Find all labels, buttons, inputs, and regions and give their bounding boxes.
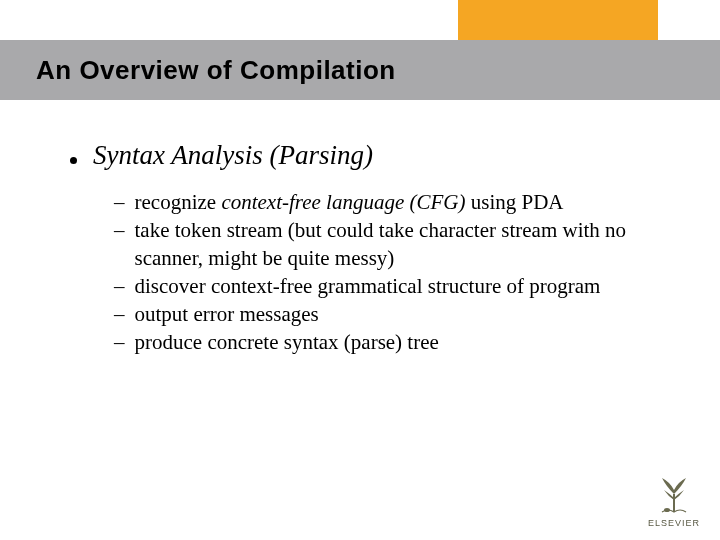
dash-icon: –	[114, 217, 125, 244]
sub-bullet-suffix: using PDA	[466, 190, 564, 214]
title-bar: An Overview of Compilation	[0, 40, 720, 100]
sub-bullet-prefix: recognize	[135, 190, 222, 214]
sub-bullet-text: recognize context-free language (CFG) us…	[135, 189, 671, 216]
sub-bullet-item: – discover context-free grammatical stru…	[114, 273, 670, 300]
dash-icon: –	[114, 189, 125, 216]
sub-bullet-item: – recognize context-free language (CFG) …	[114, 189, 670, 216]
main-bullet-row: Syntax Analysis (Parsing)	[70, 140, 670, 171]
dash-icon: –	[114, 329, 125, 356]
sub-bullet-list: – recognize context-free language (CFG) …	[114, 189, 670, 357]
content-area: Syntax Analysis (Parsing) – recognize co…	[70, 140, 670, 358]
publisher-logo: ELSEVIER	[648, 472, 700, 528]
sub-bullet-item: – output error messages	[114, 301, 670, 328]
sub-bullet-text: discover context-free grammatical struct…	[135, 273, 671, 300]
sub-bullet-text: output error messages	[135, 301, 671, 328]
sub-bullet-item: – take token stream (but could take char…	[114, 217, 670, 272]
dash-icon: –	[114, 273, 125, 300]
main-bullet-text: Syntax Analysis (Parsing)	[93, 140, 373, 171]
slide-title: An Overview of Compilation	[36, 55, 396, 86]
sub-bullet-italic: context-free language (CFG)	[221, 190, 465, 214]
sub-bullet-text: produce concrete syntax (parse) tree	[135, 329, 671, 356]
publisher-name: ELSEVIER	[648, 518, 700, 528]
svg-point-1	[664, 508, 670, 512]
bullet-icon	[70, 157, 77, 164]
elsevier-tree-icon	[652, 472, 696, 516]
sub-bullet-item: – produce concrete syntax (parse) tree	[114, 329, 670, 356]
dash-icon: –	[114, 301, 125, 328]
sub-bullet-text: take token stream (but could take charac…	[135, 217, 671, 272]
